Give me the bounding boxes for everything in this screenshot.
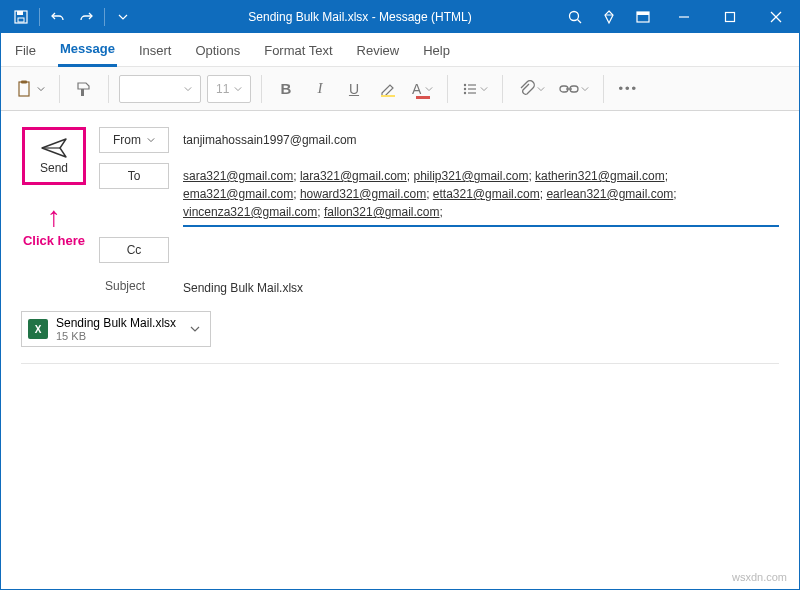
attachment-info: Sending Bulk Mail.xlsx 15 KB <box>56 316 176 342</box>
window-title: Sending Bulk Mail.xlsx - Message (HTML) <box>135 10 555 24</box>
ribbon-display-icon[interactable] <box>631 5 655 29</box>
to-button[interactable]: To <box>99 163 169 189</box>
attachments-area: X Sending Bulk Mail.xlsx 15 KB <box>1 311 799 357</box>
font-family-select[interactable] <box>119 75 201 103</box>
bold-button[interactable]: B <box>272 75 300 103</box>
tab-review[interactable]: Review <box>355 37 402 66</box>
qat-more-icon[interactable] <box>111 5 135 29</box>
svg-rect-14 <box>81 89 84 96</box>
send-icon <box>40 137 68 159</box>
tab-format-text[interactable]: Format Text <box>262 37 334 66</box>
svg-point-21 <box>464 91 466 93</box>
tab-help[interactable]: Help <box>421 37 452 66</box>
recipient[interactable]: etta321@gmail.com <box>433 187 540 201</box>
cc-button[interactable]: Cc <box>99 237 169 263</box>
qat-separator <box>104 8 105 26</box>
subject-field[interactable]: Sending Bulk Mail.xlsx <box>183 275 779 297</box>
from-value: tanjimahossain1997@gmail.com <box>183 127 779 149</box>
tab-insert[interactable]: Insert <box>137 37 174 66</box>
recipient[interactable]: ema321@gmail.com <box>183 187 293 201</box>
save-icon[interactable] <box>9 5 33 29</box>
close-button[interactable] <box>753 1 799 33</box>
ribbon-toolbar: 11 B I U A ••• <box>1 67 799 111</box>
watermark: wsxdn.com <box>732 571 787 583</box>
attachment-menu-icon[interactable] <box>186 324 204 334</box>
svg-rect-13 <box>21 80 27 83</box>
recipient[interactable]: lara321@gmail.com <box>300 169 407 183</box>
attach-file-button[interactable] <box>513 75 549 103</box>
recipient[interactable]: sara321@gmail.com <box>183 169 293 183</box>
annotation-arrow-icon: ↑ <box>47 203 61 231</box>
recipient[interactable]: vincenza321@gmail.com <box>183 205 317 219</box>
message-body[interactable] <box>1 364 799 384</box>
ribbon-separator <box>603 75 604 103</box>
redo-icon[interactable] <box>74 5 98 29</box>
tab-message[interactable]: Message <box>58 35 117 67</box>
ribbon-tabs: File Message Insert Options Format Text … <box>1 33 799 67</box>
qat-separator <box>39 8 40 26</box>
attachment-size: 15 KB <box>56 330 176 342</box>
attachment-name: Sending Bulk Mail.xlsx <box>56 316 176 330</box>
recipient[interactable]: fallon321@gmail.com <box>324 205 440 219</box>
minimize-button[interactable] <box>661 1 707 33</box>
font-color-button[interactable]: A <box>408 75 437 103</box>
svg-point-17 <box>464 83 466 85</box>
ribbon-separator <box>447 75 448 103</box>
text-highlight-button[interactable] <box>374 75 402 103</box>
recipient[interactable]: katherin321@gmail.com <box>535 169 665 183</box>
compose-header: Send ↑ Click here From tanjimahossain199… <box>1 111 799 311</box>
from-button[interactable]: From <box>99 127 169 153</box>
underline-button[interactable]: U <box>340 75 368 103</box>
svg-rect-1 <box>17 11 23 15</box>
paste-button[interactable] <box>11 75 49 103</box>
attachment-chip[interactable]: X Sending Bulk Mail.xlsx 15 KB <box>21 311 211 347</box>
italic-button[interactable]: I <box>306 75 334 103</box>
send-label: Send <box>40 161 68 175</box>
svg-rect-2 <box>18 18 24 22</box>
tab-file[interactable]: File <box>13 37 38 66</box>
ribbon-separator <box>261 75 262 103</box>
recipient[interactable]: philip321@gmail.com <box>413 169 528 183</box>
annotation-click-here: Click here <box>23 233 85 248</box>
svg-line-4 <box>578 20 582 24</box>
recipient[interactable]: earlean321@gmail.com <box>546 187 673 201</box>
undo-icon[interactable] <box>46 5 70 29</box>
svg-rect-9 <box>726 13 735 22</box>
more-options-button[interactable]: ••• <box>614 75 642 103</box>
send-button[interactable]: Send <box>22 127 86 185</box>
maximize-button[interactable] <box>707 1 753 33</box>
svg-point-3 <box>570 12 579 21</box>
tab-options[interactable]: Options <box>193 37 242 66</box>
svg-rect-12 <box>19 82 29 96</box>
svg-rect-7 <box>637 12 649 15</box>
ribbon-separator <box>59 75 60 103</box>
link-button[interactable] <box>555 75 593 103</box>
svg-point-19 <box>464 87 466 89</box>
svg-rect-15 <box>381 95 395 97</box>
to-field[interactable]: sara321@gmail.com; lara321@gmail.com; ph… <box>183 163 779 227</box>
ribbon-separator <box>108 75 109 103</box>
excel-icon: X <box>28 319 48 339</box>
font-size-select[interactable]: 11 <box>207 75 251 103</box>
titlebar: Sending Bulk Mail.xlsx - Message (HTML) <box>1 1 799 33</box>
diamond-icon[interactable] <box>597 5 621 29</box>
ribbon-separator <box>502 75 503 103</box>
format-painter-icon[interactable] <box>70 75 98 103</box>
search-icon[interactable] <box>563 5 587 29</box>
bullets-button[interactable] <box>458 75 492 103</box>
svg-rect-16 <box>416 96 430 99</box>
subject-label: Subject <box>99 273 169 299</box>
cc-field[interactable] <box>183 237 779 255</box>
recipient[interactable]: howard321@gmail.com <box>300 187 426 201</box>
